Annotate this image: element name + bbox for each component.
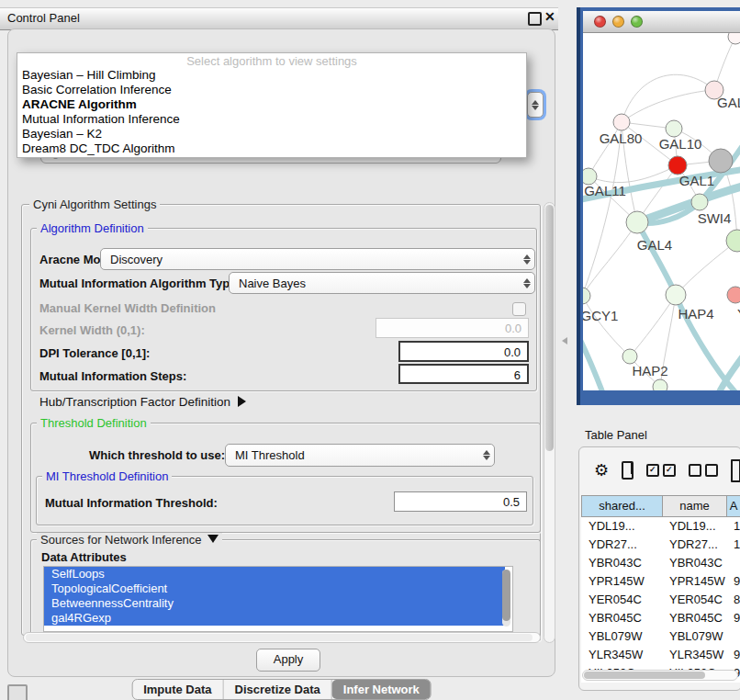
table-horizontal-scrollbar[interactable] [582,670,738,681]
table-cell[interactable]: YER054C [581,591,662,609]
table-cell[interactable]: YBR043C [581,554,662,572]
zoom-traffic-light[interactable] [631,16,643,28]
table-cell[interactable]: 9. [726,572,740,591]
network-node[interactable] [653,379,667,390]
table-cell[interactable]: 13 [726,517,740,536]
apply-button[interactable]: Apply [256,649,320,672]
table-row[interactable]: YBR045CYBR045C9. [581,609,740,627]
table-row[interactable]: YLR345WYLR345W9. [581,646,740,664]
table-cell[interactable]: YER054C [662,591,726,609]
focused-stepper-icon[interactable] [527,92,544,118]
close-traffic-light[interactable] [594,16,606,28]
unchecked-checkboxes-icon[interactable] [689,464,718,477]
table-cell[interactable]: 12 [726,536,740,554]
algorithm-option[interactable]: Basic Correlation Inference [17,83,526,97]
algorithm-option[interactable]: Dream8 DC_TDC Algorithm [17,141,526,156]
table-row[interactable]: YPR145WYPR145W9. [581,572,740,591]
kernel-width-input[interactable]: 0.0 [376,318,529,338]
table-cell[interactable]: YDR27... [581,536,662,554]
mi-steps-input[interactable]: 6 [398,364,529,384]
column-header[interactable]: shared... [581,495,662,517]
network-node-gal10[interactable] [666,120,682,137]
split-columns-icon[interactable] [622,461,633,480]
algorithm-option[interactable]: Bayesian – K2 [17,127,526,141]
table-cell[interactable]: YPR145W [662,572,726,591]
network-graph: GALGAL80GAL10GAL1GAL11SWI4GAL4GCY1HAP4YH… [583,33,740,390]
dpi-tolerance-input[interactable]: 0.0 [398,341,529,362]
network-node-gal80[interactable] [613,114,630,130]
aracne-mode-select[interactable]: Discovery [100,248,535,270]
table-cell[interactable]: 8. [726,591,740,609]
attribute-item[interactable]: SelfLoops [44,567,505,581]
table-cell[interactable]: YPR145W [581,572,662,591]
table-cell[interactable]: YLR345W [662,646,726,664]
network-node-swi4[interactable] [691,194,708,210]
mi-threshold-definition-title: MI Threshold Definition [42,469,172,483]
algorithm-option[interactable]: ARACNE Algorithm [17,97,526,112]
minimize-traffic-light[interactable] [612,16,624,28]
column-header[interactable]: A [726,495,740,517]
list-scrollbar-thumb[interactable] [502,570,510,621]
table-cell[interactable]: YBR043C [662,554,726,572]
settings-vertical-thumb[interactable] [545,205,554,451]
close-panel-icon[interactable]: ✕ [544,9,555,24]
mi-threshold-input[interactable]: 0.5 [394,491,527,512]
table-horizontal-thumb[interactable] [584,672,705,679]
table-row[interactable]: YER054CYER054C8. [581,591,740,609]
gear-icon[interactable]: ⚙ [594,462,609,479]
tab-infer-network[interactable]: Infer Network [332,680,431,699]
table-cell[interactable]: YBR045C [662,609,726,627]
table-row[interactable]: YDL19...YDL19...13 [581,517,740,536]
table-cell[interactable]: YBL079W [662,627,726,646]
network-node[interactable] [709,149,733,173]
list-scrollbar[interactable] [502,570,510,627]
tab-discretize-data[interactable]: Discretize Data [224,680,332,699]
network-node-y[interactable] [727,287,740,303]
mi-algorithm-type-select[interactable]: Naive Bayes [229,272,535,294]
table-cell[interactable]: YDL19... [662,517,726,536]
algorithm-option[interactable]: Bayesian – Hill Climbing [17,68,526,83]
column-header[interactable]: name [662,495,726,517]
network-node-hap4[interactable] [666,285,686,305]
data-attributes-list[interactable]: SelfLoopsTopologicalCoefficientBetweenne… [43,566,513,632]
table-row[interactable]: YBR043CYBR043C [581,554,740,572]
which-threshold-select[interactable]: MI Threshold [225,444,495,467]
table-cell[interactable]: YDL19... [581,517,662,536]
table-cell[interactable]: YBL079W [581,627,662,646]
network-window-titlebar[interactable] [583,11,740,33]
tab-impute-data[interactable]: Impute Data [132,680,223,699]
document-icon[interactable] [731,459,740,482]
checked-checkboxes-icon[interactable]: ✓✓ [646,464,676,477]
network-node-gal1[interactable] [668,156,687,175]
network-node[interactable] [728,33,740,44]
table-cell[interactable] [726,554,740,572]
attribute-item[interactable]: gal4RGexp [44,611,505,626]
table-row[interactable]: YBL079WYBL079W [581,627,740,646]
settings-vertical-scrollbar[interactable] [544,202,555,643]
sources-toggle[interactable]: Sources for Network Inference [37,533,222,547]
hub-definition-toggle[interactable]: Hub/Transcription Factor Definition [39,395,246,409]
settings-horizontal-scrollbar[interactable] [23,632,541,643]
table-cell[interactable] [726,627,740,646]
network-node-hap2[interactable] [622,349,637,364]
network-node[interactable] [726,230,740,252]
table-cell[interactable]: 9. [726,646,740,664]
table-cell[interactable]: 9. [726,609,740,627]
manual-kernel-width-checkbox[interactable] [512,302,526,316]
network-node-gcy1[interactable] [583,288,590,304]
table-cell[interactable]: YLR345W [581,646,662,664]
node-label: HAP4 [678,306,713,322]
float-panel-icon[interactable] [528,12,542,26]
table-cell[interactable]: YBR045C [581,609,662,627]
settings-horizontal-thumb[interactable] [26,634,533,641]
table-cell[interactable]: YDR27... [662,536,726,554]
stepper-arrows-icon [479,450,494,460]
algorithm-option[interactable]: Mutual Information Inference [17,112,526,127]
splitter-arrow-icon[interactable] [562,337,567,344]
attribute-item[interactable]: BetweennessCentrality [44,596,505,611]
table-row[interactable]: YDR27...YDR27...12 [581,536,740,554]
attribute-item[interactable]: TopologicalCoefficient [44,581,505,596]
network-canvas[interactable]: GALGAL80GAL10GAL1GAL11SWI4GAL4GCY1HAP4YH… [583,33,740,390]
network-node-gal4[interactable] [626,211,648,233]
collapsed-panel-button[interactable] [7,684,28,700]
